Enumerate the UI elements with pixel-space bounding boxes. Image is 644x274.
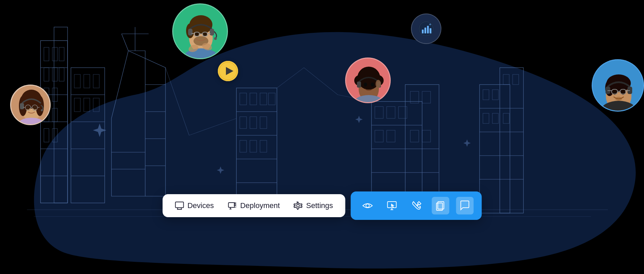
svg-point-169 xyxy=(297,204,300,207)
svg-rect-17 xyxy=(44,129,49,142)
navigation-toolbar: Devices Deployment xyxy=(162,191,482,220)
svg-point-160 xyxy=(615,97,622,101)
settings-icon xyxy=(293,201,303,210)
action-cursor-btn[interactable] xyxy=(383,197,401,214)
svg-rect-28 xyxy=(84,98,90,112)
svg-rect-12 xyxy=(59,68,64,81)
action-copy-btn[interactable] xyxy=(432,197,449,214)
svg-line-38 xyxy=(122,34,128,51)
nav-item-devices[interactable]: Devices xyxy=(175,201,214,210)
cursor-icon xyxy=(386,200,397,211)
svg-rect-11 xyxy=(52,68,57,81)
svg-point-98 xyxy=(26,106,30,110)
nav-main-panel: Devices Deployment xyxy=(162,194,345,217)
deployment-icon xyxy=(227,201,237,210)
avatar-top-center xyxy=(172,3,228,59)
nav-devices-label: Devices xyxy=(187,201,214,210)
svg-rect-173 xyxy=(436,203,442,210)
svg-rect-96 xyxy=(20,103,24,109)
svg-rect-10 xyxy=(44,68,49,81)
svg-line-104 xyxy=(37,107,40,108)
svg-rect-162 xyxy=(228,203,234,207)
svg-rect-130 xyxy=(427,26,429,33)
eye-icon xyxy=(362,200,373,211)
svg-rect-24 xyxy=(74,74,80,88)
analytics-icon xyxy=(411,14,441,44)
main-scene: Devices Deployment xyxy=(0,0,644,274)
nav-item-settings[interactable]: Settings xyxy=(293,201,333,210)
svg-rect-7 xyxy=(44,47,49,61)
avatar-far-right xyxy=(592,59,644,112)
svg-point-144 xyxy=(364,83,367,87)
svg-point-113 xyxy=(214,37,217,40)
svg-rect-16 xyxy=(52,108,57,122)
action-chat-btn[interactable] xyxy=(456,197,473,214)
svg-rect-141 xyxy=(357,82,361,88)
tools-icon xyxy=(411,200,421,211)
svg-rect-9 xyxy=(59,47,64,61)
nav-actions-panel xyxy=(351,191,482,220)
svg-point-143 xyxy=(376,80,381,88)
svg-rect-111 xyxy=(188,29,192,36)
svg-rect-26 xyxy=(93,74,99,88)
svg-rect-27 xyxy=(74,98,80,112)
action-tools-btn[interactable] xyxy=(407,197,425,214)
chat-icon xyxy=(459,200,470,211)
svg-rect-25 xyxy=(84,74,90,88)
svg-rect-129 xyxy=(424,27,426,33)
svg-point-99 xyxy=(33,106,36,110)
svg-rect-8 xyxy=(52,47,57,61)
monitor-icon xyxy=(175,201,184,210)
nav-deployment-label: Deployment xyxy=(240,201,280,210)
svg-point-97 xyxy=(41,109,43,111)
nav-item-deployment[interactable]: Deployment xyxy=(227,201,280,210)
copy-icon xyxy=(435,200,446,211)
svg-line-102 xyxy=(23,107,25,108)
svg-rect-128 xyxy=(422,30,423,33)
background-illustration xyxy=(0,0,644,274)
svg-rect-112 xyxy=(210,29,214,36)
svg-rect-131 xyxy=(430,28,431,33)
play-button[interactable] xyxy=(218,61,238,81)
avatar-right-center xyxy=(345,58,391,103)
nav-settings-label: Settings xyxy=(306,201,333,210)
action-view-btn[interactable] xyxy=(359,197,376,214)
svg-point-170 xyxy=(366,204,369,207)
svg-point-145 xyxy=(371,83,374,87)
avatar-left xyxy=(10,85,51,125)
svg-rect-161 xyxy=(175,202,183,208)
